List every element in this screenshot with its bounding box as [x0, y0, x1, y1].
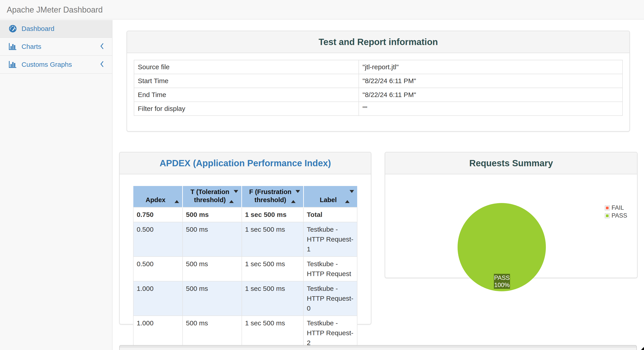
chart-legend: FAIL PASS: [605, 204, 627, 220]
column-header-apdex[interactable]: Apdex: [133, 186, 182, 207]
info-label: Source file: [134, 60, 359, 74]
table-row: 1.000 500 ms 1 sec 500 ms Testkube - HTT…: [133, 281, 357, 316]
sidebar-item-charts[interactable]: Charts: [0, 38, 112, 56]
legend-item-fail[interactable]: FAIL: [605, 204, 627, 211]
chevron-left-icon[interactable]: [100, 43, 104, 50]
pie-center-label: PASS 100%: [494, 274, 510, 289]
panel-body: Apdex T (Toleration threshold) F (Frustr…: [120, 174, 371, 350]
sort-both-icon: [345, 192, 354, 200]
panel-title: Test and Report information: [127, 31, 630, 53]
sort-both-icon: [291, 192, 300, 200]
apdex-table: Apdex T (Toleration threshold) F (Frustr…: [133, 186, 358, 350]
corner-overlay: [639, 344, 644, 350]
top-navbar: Apache JMeter Dashboard: [0, 0, 644, 20]
pass-swatch-icon: [605, 213, 610, 218]
table-row: 0.750 500 ms 1 sec 500 ms Total: [133, 207, 357, 222]
panel-title: Requests Summary: [385, 152, 637, 174]
info-label: Filter for display: [134, 102, 359, 116]
info-label: End Time: [134, 88, 359, 102]
table-row: 0.500 500 ms 1 sec 500 ms Testkube - HTT…: [133, 222, 357, 256]
info-value: "8/22/24 6:11 PM": [359, 74, 622, 88]
test-report-info-panel: Test and Report information Source file …: [126, 31, 630, 132]
apdex-panel: APDEX (Application Performance Index) Ap…: [119, 152, 371, 324]
sort-both-icon: [229, 192, 238, 200]
sidebar-item-label: Dashboard: [22, 25, 54, 32]
sidebar-item-dashboard[interactable]: Dashboard: [0, 20, 112, 38]
panel-title: APDEX (Application Performance Index): [120, 152, 371, 174]
info-value: "8/22/24 6:11 PM": [359, 88, 622, 102]
next-panel-heading-peek: [119, 345, 637, 350]
table-row: 0.500 500 ms 1 sec 500 ms Testkube - HTT…: [133, 256, 357, 281]
column-header-toleration[interactable]: T (Toleration threshold): [182, 186, 242, 207]
sidebar-item-label: Charts: [22, 43, 41, 50]
info-value: "jtl-report.jtl": [359, 60, 622, 74]
test-info-table: Source file "jtl-report.jtl" Start Time …: [134, 60, 623, 116]
sidebar: Dashboard Charts Customs: [0, 20, 112, 350]
table-row: Filter for display "": [134, 102, 622, 116]
sort-asc-icon: [174, 192, 179, 200]
bar-chart-icon: [8, 61, 18, 68]
column-header-frustration[interactable]: F (Frustration threshold): [242, 186, 304, 207]
panel-heading: APDEX (Application Performance Index): [120, 152, 371, 174]
column-header-label[interactable]: Label: [304, 186, 357, 207]
legend-item-pass[interactable]: PASS: [605, 212, 627, 219]
panel-heading: Requests Summary: [385, 152, 637, 174]
sidebar-item-label: Customs Graphs: [22, 61, 72, 68]
table-row: Start Time "8/22/24 6:11 PM": [134, 74, 622, 88]
sidebar-item-customs-graphs[interactable]: Customs Graphs: [0, 56, 112, 74]
bar-chart-icon: [8, 43, 18, 50]
table-row: End Time "8/22/24 6:11 PM": [134, 88, 622, 102]
fail-swatch-icon: [605, 206, 610, 210]
panel-body: Source file "jtl-report.jtl" Start Time …: [127, 53, 630, 122]
info-value: "": [359, 102, 622, 116]
requests-summary-panel: Requests Summary PASS 100% FAIL PASS: [385, 152, 638, 278]
info-label: Start Time: [134, 74, 359, 88]
table-header-row: Apdex T (Toleration threshold) F (Frustr…: [133, 186, 357, 207]
gauge-icon: [8, 24, 18, 33]
chevron-left-icon[interactable]: [100, 61, 104, 68]
table-row: Source file "jtl-report.jtl": [134, 60, 622, 74]
app-title: Apache JMeter Dashboard: [7, 0, 103, 20]
requests-summary-chart: PASS 100% FAIL PASS: [385, 174, 637, 278]
panel-heading: Test and Report information: [127, 31, 630, 53]
